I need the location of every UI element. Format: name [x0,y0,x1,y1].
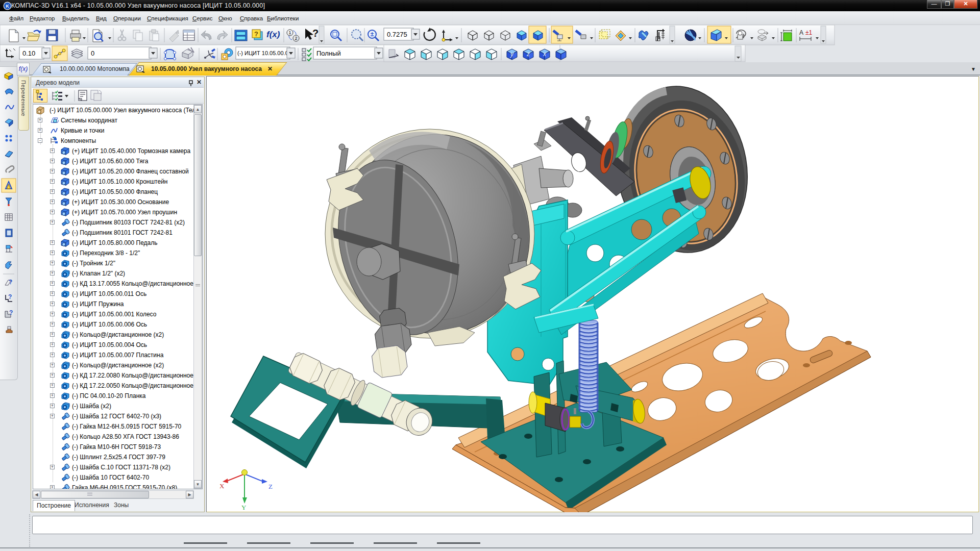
svg-text:Полный: Полный [316,49,341,57]
svg-text:?: ? [9,279,12,286]
svg-text:±: ± [371,31,374,38]
svg-text:y: y [510,51,514,58]
svg-text:z: z [526,51,530,58]
svg-text:?: ? [9,309,13,316]
svg-text:A: A [799,29,803,36]
svg-text:K: K [6,4,9,9]
svg-text:1: 1 [288,30,291,35]
svg-text:Y: Y [241,504,247,511]
svg-text:x: x [543,51,547,58]
svg-text:2: 2 [295,36,297,41]
svg-text:X: X [219,482,225,490]
svg-text:0.7275: 0.7275 [387,31,407,38]
svg-text:?: ? [312,28,318,39]
svg-text:?: ? [254,30,258,38]
svg-text:?: ? [8,293,12,300]
svg-text:(-) ИЦИТ 10.05.00.0: (-) ИЦИТ 10.05.00.0 [237,50,288,56]
svg-text:0: 0 [91,49,94,57]
svg-text:f(x): f(x) [266,30,280,39]
svg-text:Z: Z [268,483,273,490]
svg-text:±1: ±1 [805,29,813,36]
svg-text:0.10: 0.10 [22,49,35,57]
